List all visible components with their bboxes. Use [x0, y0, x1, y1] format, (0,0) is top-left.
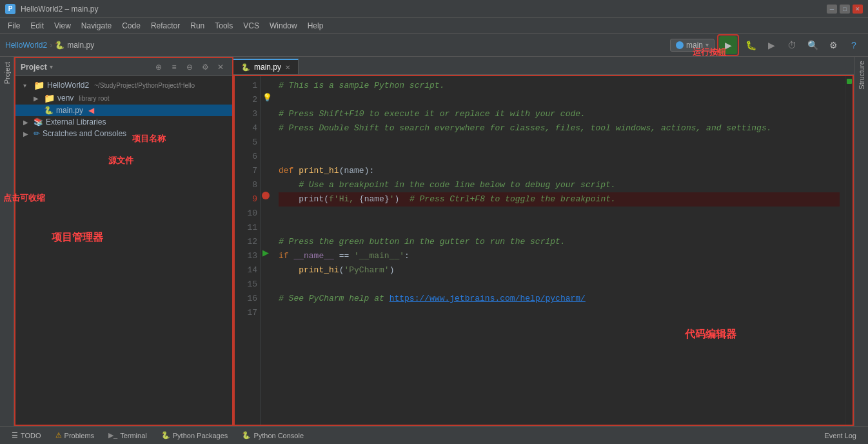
menu-tools[interactable]: Tools: [210, 20, 238, 32]
terminal-icon: ▶_: [108, 431, 117, 439]
extlib-expand-icon[interactable]: ▶: [23, 119, 31, 126]
menu-vcs[interactable]: VCS: [238, 20, 264, 32]
python-packages-label: Python Packages: [173, 432, 228, 439]
todo-icon: ☰: [12, 431, 18, 439]
tab-python-console[interactable]: 🐍 Python Console: [235, 429, 310, 442]
breadcrumb-project[interactable]: HelloWorld2: [5, 41, 47, 50]
run-config-chevron: ▾: [705, 41, 709, 48]
code-line-15: [279, 278, 840, 292]
problems-label: Problems: [64, 432, 94, 439]
structure-strip-label[interactable]: Structure: [856, 57, 867, 94]
python-console-label: Python Console: [253, 432, 304, 439]
window-controls: ─ □ ✕: [827, 5, 863, 14]
app-icon: P: [5, 4, 15, 14]
tab-terminal[interactable]: ▶_ Terminal: [102, 429, 153, 442]
settings-button[interactable]: ⚙: [824, 36, 842, 54]
code-line-7: def print_hi(name):: [279, 164, 840, 178]
breadcrumb-file[interactable]: main.py: [67, 41, 94, 50]
breadcrumb: HelloWorld2 › 🐍 main.py: [5, 41, 94, 50]
code-line-1: # This is a sample Python script.: [279, 79, 840, 93]
tab-todo[interactable]: ☰ TODO: [5, 429, 48, 442]
python-console-icon: 🐍: [242, 431, 251, 439]
tab-close-mainpy[interactable]: ✕: [285, 64, 290, 71]
toolbar: HelloWorld2 › 🐍 main.py main ▾ ▶ 🐛 ▶ ⏱ 🔍…: [0, 34, 868, 57]
add-panel-button[interactable]: ⊕: [152, 61, 165, 74]
menu-view[interactable]: View: [49, 20, 76, 32]
close-panel-button[interactable]: ✕: [214, 61, 227, 74]
help-button[interactable]: ?: [845, 36, 863, 54]
panel-settings-button[interactable]: ⚙: [199, 61, 212, 74]
project-strip-label[interactable]: Project: [3, 57, 11, 89]
close-button[interactable]: ✕: [853, 5, 863, 14]
code-line-9: print(f'Hi, {name}') # Press Ctrl+F8 to …: [279, 192, 840, 207]
code-area: 1 2 3 4 5 6 7 8 9 10 11 12 13 14 15 16 1…: [233, 75, 854, 426]
project-panel-title: Project: [21, 63, 47, 72]
debug-button[interactable]: 🐛: [742, 36, 760, 54]
tab-python-packages[interactable]: 🐍 Python Packages: [155, 429, 235, 442]
menu-help[interactable]: Help: [302, 20, 329, 32]
tab-problems[interactable]: ⚠ Problems: [49, 429, 101, 442]
code-line-16: # See PyCharm help at https://www.jetbra…: [279, 292, 840, 306]
run-coverage-button[interactable]: ▶: [762, 36, 780, 54]
menu-refactor[interactable]: Refactor: [146, 20, 185, 32]
breakpoint-dot-9[interactable]: [262, 192, 270, 199]
arrow-indicator: ◀: [88, 106, 94, 115]
menu-edit[interactable]: Edit: [25, 20, 49, 32]
helloworld2-expand-icon[interactable]: ▾: [23, 82, 31, 89]
mainpy-label: main.py: [56, 106, 83, 115]
tab-event-log[interactable]: Event Log: [818, 429, 863, 442]
folder-icon-venv: 📁: [44, 93, 55, 103]
menu-navigate[interactable]: Navigate: [76, 20, 117, 32]
extlib-label: External Libraries: [46, 117, 106, 126]
extlib-icon: 📚: [34, 117, 43, 126]
code-line-14: print_hi('PyCharm'): [279, 263, 840, 278]
project-dropdown-icon[interactable]: ▾: [50, 63, 53, 70]
code-line-13: if __name__ == '__main__':: [279, 249, 840, 263]
menubar: File Edit View Navigate Code Refactor Ru…: [0, 18, 868, 34]
menu-window[interactable]: Window: [264, 20, 302, 32]
run-arrow-13[interactable]: ▶: [262, 248, 268, 257]
tree-item-external-libs[interactable]: ▶ 📚 External Libraries: [15, 116, 232, 128]
search-everywhere-button[interactable]: 🔍: [804, 36, 822, 54]
menu-run[interactable]: Run: [185, 20, 210, 32]
tree-item-mainpy[interactable]: ▶ 🐍 main.py ◀: [15, 105, 232, 116]
terminal-label: Terminal: [120, 432, 147, 439]
code-line-6: [279, 150, 840, 164]
run-configuration[interactable]: main ▾: [670, 39, 715, 52]
flatten-panel-button[interactable]: ≡: [168, 61, 181, 74]
code-line-8: # Use a breakpoint in the code line belo…: [279, 178, 840, 192]
run-config-icon: [676, 41, 684, 49]
code-line-4: # Press Double Shift to search everywher…: [279, 121, 840, 136]
profile-button[interactable]: ⏱: [783, 36, 801, 54]
code-editor-annotation: 代码编辑器: [685, 328, 736, 342]
tab-mainpy[interactable]: 🐍 main.py ✕: [233, 59, 299, 74]
breadcrumb-separator: ›: [50, 41, 52, 50]
code-line-12: # Press the green button in the gutter t…: [279, 235, 840, 249]
maximize-button[interactable]: □: [840, 5, 850, 14]
collapse-all-button[interactable]: ⊖: [183, 61, 196, 74]
file-tree: ▾ 📁 HelloWorld2 ~/StudyProject/PythonPro…: [15, 76, 232, 425]
helloworld2-path: ~/StudyProject/PythonProject/Hello: [94, 82, 195, 89]
tree-item-scratches[interactable]: ▶ ✏ Scratches and Consoles: [15, 128, 232, 139]
minimize-button[interactable]: ─: [827, 5, 837, 14]
menu-code[interactable]: Code: [117, 20, 146, 32]
menu-file[interactable]: File: [3, 20, 25, 32]
window-title: HelloWorld2 – main.py: [21, 5, 827, 14]
tab-label-mainpy: main.py: [254, 63, 281, 72]
event-log-label: Event Log: [824, 432, 856, 439]
tab-icon-mainpy: 🐍: [241, 63, 250, 72]
run-config-label: main: [686, 41, 703, 50]
code-gutter: 💡 ▶: [261, 76, 273, 425]
tree-item-venv[interactable]: ▶ 📁 venv library root: [15, 92, 232, 105]
right-gutter: [845, 76, 853, 425]
left-strip: Project: [0, 57, 14, 426]
scratches-label: Scratches and Consoles: [43, 129, 126, 138]
venv-label: venv: [57, 94, 74, 103]
run-button[interactable]: ▶: [719, 36, 737, 54]
code-line-10: [279, 207, 840, 221]
tree-item-helloworld2[interactable]: ▾ 📁 HelloWorld2 ~/StudyProject/PythonPro…: [15, 79, 232, 92]
code-content[interactable]: # This is a sample Python script. # Pres…: [273, 76, 845, 425]
venv-expand-icon[interactable]: ▶: [34, 95, 41, 102]
scratches-expand-icon[interactable]: ▶: [23, 130, 31, 137]
lightbulb-icon[interactable]: 💡: [262, 93, 272, 102]
